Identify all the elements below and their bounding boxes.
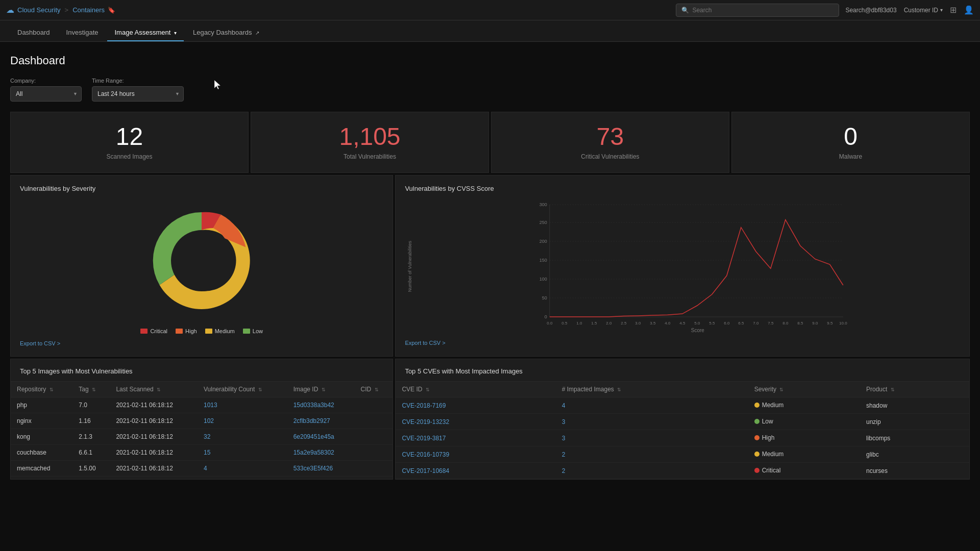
cell-repo: memcached	[11, 461, 72, 477]
col-last-scanned[interactable]: Last Scanned ⇅	[110, 382, 198, 397]
legend-low: Low	[243, 328, 263, 334]
col-impacted-images[interactable]: # Impacted Images ⇅	[556, 382, 748, 397]
severity-dot-critical	[754, 468, 760, 473]
top5-cves-card: Top 5 CVEs with Most Impacted Images CVE…	[395, 359, 970, 480]
severity-label: Low	[762, 418, 773, 425]
donut-export-csv[interactable]: Export to CSV >	[20, 340, 60, 346]
cell-last-scanned: 2021-02-11 06:18:12	[110, 397, 198, 413]
cell-cve-id[interactable]: CVE-2018-7169	[396, 397, 555, 414]
table-row: php 7.0 2021-02-11 06:18:12 1013 15d0338…	[11, 397, 393, 413]
time-range-select[interactable]: Last 24 hours	[92, 86, 184, 102]
cell-cve-id[interactable]: CVE-2019-13232	[396, 414, 555, 430]
time-range-filter: Time Range: Last 24 hours	[92, 78, 184, 102]
line-chart-card: Vulnerabilities by CVSS Score Number of …	[395, 175, 970, 357]
col-vuln-count[interactable]: Vulnerability Count ⇅	[198, 382, 287, 397]
cell-severity: High	[748, 430, 860, 446]
cell-repo: kong	[11, 429, 72, 445]
col-cid[interactable]: CID ⇅	[355, 382, 393, 397]
col-cve-id[interactable]: CVE ID ⇅	[396, 382, 555, 397]
cell-impacted[interactable]: 2	[556, 446, 748, 463]
cell-repo: php	[11, 397, 72, 413]
brand-cloud-security[interactable]: Cloud Security	[17, 6, 61, 14]
company-label: Company:	[10, 78, 82, 84]
cell-last-scanned: 2021-02-11 06:18:12	[110, 445, 198, 461]
search-input[interactable]	[692, 7, 834, 14]
cell-cve-id[interactable]: CVE-2017-10684	[396, 463, 555, 479]
legend-color-low	[243, 329, 250, 334]
nav-legacy-dashboards[interactable]: Legacy Dashboards ↗	[186, 23, 266, 41]
svg-text:150: 150	[540, 258, 547, 263]
svg-text:5.5: 5.5	[709, 321, 716, 325]
nav-image-assessment[interactable]: Image Assessment ▾	[107, 23, 183, 41]
svg-text:5.0: 5.0	[695, 321, 701, 325]
cell-image-id[interactable]: 2cflb3db2927	[287, 413, 355, 429]
stat-critical-vulnerabilities: 73 Critical Vulnerabilities	[491, 112, 729, 173]
severity-label: Medium	[762, 402, 784, 409]
svg-text:7.5: 7.5	[768, 321, 774, 325]
user-email: Search@dbf83d03	[845, 7, 896, 14]
cell-vuln-count[interactable]: 32	[198, 429, 287, 445]
tables-row: Top 5 Images with Most Vulnerabilities R…	[10, 359, 970, 480]
cell-image-id[interactable]: 533ce3E5f426	[287, 461, 355, 477]
svg-text:9.0: 9.0	[813, 321, 819, 325]
table-row: couchbase 6.6.1 2021-02-11 06:18:12 15 1…	[11, 445, 393, 461]
col-repository[interactable]: Repository ⇅	[11, 382, 72, 397]
cell-cid	[355, 413, 393, 429]
external-link-icon: ↗	[255, 30, 259, 36]
company-select[interactable]: All	[10, 86, 82, 102]
cell-tag: 2.1.3	[72, 429, 110, 445]
col-image-id[interactable]: Image ID ⇅	[287, 382, 355, 397]
cell-impacted[interactable]: 2	[556, 463, 748, 479]
line-export-csv[interactable]: Export to CSV >	[405, 340, 445, 346]
cell-severity: Medium	[748, 446, 860, 463]
cell-cve-id[interactable]: CVE-2019-3817	[396, 430, 555, 446]
cell-image-id[interactable]: 6e209451e45a	[287, 429, 355, 445]
svg-text:0: 0	[545, 314, 547, 319]
donut-svg	[135, 199, 268, 322]
cell-product: libcomps	[860, 430, 969, 446]
legend-label-medium: Medium	[215, 328, 235, 334]
grid-icon[interactable]: ⊞	[950, 5, 957, 15]
cell-vuln-count[interactable]: 4	[198, 461, 287, 477]
table-row: memcached 1.5.00 2021-02-11 06:18:12 4 5…	[11, 461, 393, 477]
scanned-images-number: 12	[21, 124, 238, 149]
cell-cve-id[interactable]: CVE-2016-10739	[396, 446, 555, 463]
svg-text:4.0: 4.0	[665, 321, 671, 325]
svg-text:50: 50	[542, 295, 547, 300]
severity-dot-medium	[754, 452, 760, 457]
cell-vuln-count[interactable]: 102	[198, 413, 287, 429]
stat-cards: 12 Scanned Images 1,105 Total Vulnerabil…	[10, 112, 970, 173]
svg-text:3.5: 3.5	[650, 321, 656, 325]
top5-images-title: Top 5 Images with Most Vulnerabilities	[11, 359, 393, 382]
user-icon[interactable]: 👤	[964, 5, 974, 15]
col-tag[interactable]: Tag ⇅	[72, 382, 110, 397]
col-severity[interactable]: Severity ⇅	[748, 382, 860, 397]
bookmark-icon[interactable]: 🔖	[108, 7, 115, 14]
cell-repo: couchbase	[11, 445, 72, 461]
customer-id-dropdown[interactable]: Customer ID ▾	[904, 7, 943, 14]
cell-last-scanned: 2021-02-11 06:18:12	[110, 429, 198, 445]
svg-text:10.0: 10.0	[839, 321, 847, 325]
cell-tag: 7.0	[72, 397, 110, 413]
nav-investigate[interactable]: Investigate	[59, 23, 106, 41]
svg-text:0.5: 0.5	[562, 321, 568, 325]
cell-impacted[interactable]: 3	[556, 414, 748, 430]
cell-vuln-count[interactable]: 1013	[198, 397, 287, 413]
nav-containers[interactable]: Containers	[72, 6, 105, 14]
cell-image-id[interactable]: 15d0338a3b42	[287, 397, 355, 413]
malware-number: 0	[742, 124, 959, 149]
search-icon: 🔍	[681, 7, 689, 14]
time-range-label: Time Range:	[92, 78, 184, 84]
line-chart-title: Vulnerabilities by CVSS Score	[405, 185, 960, 192]
severity-label: Critical	[762, 467, 781, 474]
cell-impacted[interactable]: 3	[556, 430, 748, 446]
cell-vuln-count[interactable]: 15	[198, 445, 287, 461]
top-nav-right: Search@dbf83d03 Customer ID ▾ ⊞ 👤	[845, 5, 974, 15]
col-product[interactable]: Product ⇅	[860, 382, 969, 397]
cell-impacted[interactable]: 4	[556, 397, 748, 414]
stat-total-vulnerabilities: 1,105 Total Vulnerabilities	[251, 112, 489, 173]
svg-text:1.0: 1.0	[577, 321, 583, 325]
search-bar[interactable]: 🔍	[676, 4, 839, 17]
cell-image-id[interactable]: 15a2e9a58302	[287, 445, 355, 461]
nav-dashboard[interactable]: Dashboard	[10, 23, 57, 41]
